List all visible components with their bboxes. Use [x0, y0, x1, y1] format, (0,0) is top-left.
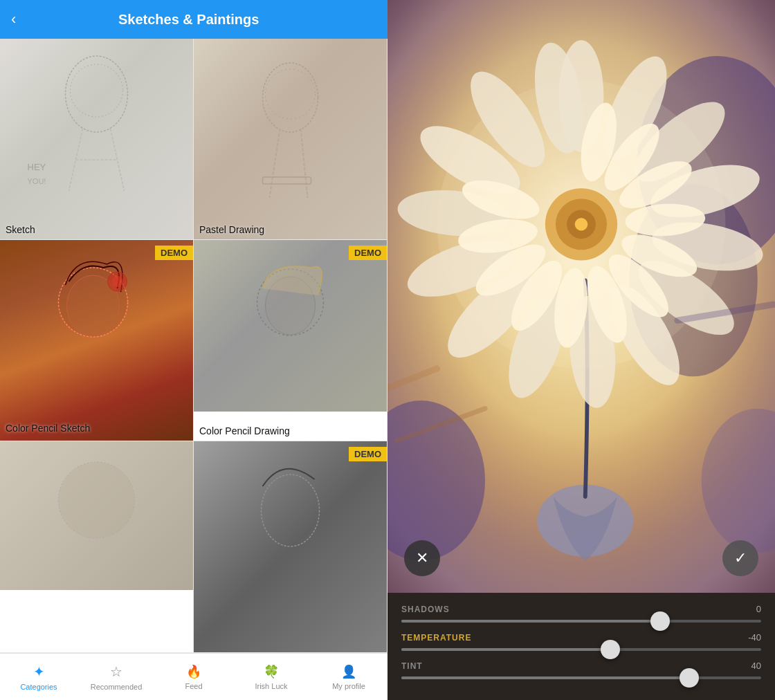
nav-item-irish-luck[interactable]: 🍀 Irish Luck — [232, 658, 310, 696]
color-pencil-sketch-label: Color Pencil Sketch — [6, 423, 90, 434]
tint-value: 40 — [751, 661, 761, 671]
svg-point-61 — [575, 218, 588, 231]
temperature-track[interactable] — [401, 648, 761, 651]
feed-label: Feed — [185, 682, 202, 690]
nav-item-my-profile[interactable]: 👤 My profile — [310, 658, 388, 696]
feed-icon: 🔥 — [186, 664, 201, 679]
tint-label: TINT — [401, 661, 423, 671]
svg-rect-14 — [263, 177, 311, 184]
shadows-value: 0 — [756, 604, 761, 614]
color-pencil-drawing-item[interactable]: DEMO Color Pencil Drawing — [194, 240, 388, 441]
shadows-thumb[interactable] — [650, 611, 670, 631]
irish-luck-label: Irish Luck — [255, 682, 287, 690]
svg-point-4 — [71, 64, 123, 117]
sketch-item[interactable]: HEY YOU! Sketch — [0, 39, 194, 240]
confirm-icon: ✓ — [734, 549, 747, 567]
shadows-control: SHADOWS 0 — [401, 604, 761, 623]
my-profile-icon: 👤 — [341, 664, 356, 679]
svg-text:HEY: HEY — [28, 162, 46, 172]
bottom-navigation: ✦ Categories ☆ Recommended 🔥 Feed 🍀 Iris… — [0, 653, 388, 700]
nav-item-feed[interactable]: 🔥 Feed — [155, 658, 232, 696]
categories-label: Categories — [20, 683, 57, 691]
svg-line-6 — [35, 94, 131, 239]
svg-line-5 — [48, 80, 145, 232]
shadows-track[interactable] — [401, 620, 761, 623]
svg-line-11 — [270, 129, 280, 198]
bottom-right-item[interactable]: DEMO — [194, 441, 388, 653]
my-profile-label: My profile — [332, 682, 365, 690]
confirm-button[interactable]: ✓ — [722, 540, 758, 576]
tint-thumb[interactable] — [680, 668, 699, 688]
svg-line-12 — [301, 129, 308, 198]
bottom-left-item[interactable] — [0, 441, 194, 653]
sketch-label: Sketch — [6, 224, 35, 235]
color-pencil-sketch-demo-badge: DEMO — [155, 246, 193, 260]
back-button[interactable]: ‹ — [11, 10, 16, 28]
color-pencil-drawing-label: Color Pencil Drawing — [199, 425, 290, 436]
tint-track[interactable] — [401, 676, 761, 679]
temperature-label: TEMPERATURE — [401, 633, 471, 643]
header: ‹ Sketches & Paintings — [0, 0, 388, 39]
bottom-right-demo-badge: DEMO — [349, 447, 387, 461]
svg-point-22 — [262, 475, 320, 546]
temperature-control: TEMPERATURE -40 — [401, 632, 761, 651]
svg-line-7 — [62, 73, 159, 225]
tint-control: TINT 40 — [401, 661, 761, 679]
shadows-fill — [401, 620, 660, 623]
nav-item-categories[interactable]: ✦ Categories — [0, 658, 78, 697]
temperature-fill — [401, 648, 610, 651]
color-pencil-sketch-item[interactable]: DEMO Color Pencil Sketch — [0, 240, 194, 441]
temperature-value: -40 — [748, 632, 761, 643]
svg-text:YOU!: YOU! — [28, 177, 46, 185]
effects-grid: HEY YOU! Sketch Pastel Drawing — [0, 39, 388, 653]
nav-item-recommended[interactable]: ☆ Recommended — [78, 658, 155, 697]
svg-point-0 — [66, 56, 128, 132]
controls-area: SHADOWS 0 TEMPERATURE -40 TINT 40 — [388, 593, 775, 700]
svg-point-21 — [59, 462, 135, 538]
pastel-drawing-item[interactable]: Pastel Drawing — [194, 39, 388, 240]
cancel-button[interactable]: ✕ — [404, 540, 440, 576]
photo-area: ✕ ✓ — [388, 0, 775, 593]
cancel-icon: ✕ — [416, 549, 428, 567]
tint-fill — [401, 676, 689, 679]
recommended-label: Recommended — [91, 683, 143, 691]
color-pencil-drawing-demo-badge: DEMO — [349, 246, 387, 260]
pastel-label: Pastel Drawing — [199, 224, 264, 235]
shadows-label: SHADOWS — [401, 605, 450, 614]
categories-icon: ✦ — [33, 663, 45, 680]
left-panel: ‹ Sketches & Paintings HEY YO — [0, 0, 388, 700]
svg-point-10 — [263, 63, 318, 132]
irish-luck-icon: 🍀 — [264, 664, 279, 679]
svg-point-18 — [112, 276, 123, 287]
recommended-icon: ☆ — [110, 663, 122, 680]
right-panel: ✕ ✓ SHADOWS 0 TEMPERATURE -40 — [388, 0, 775, 700]
svg-point-13 — [266, 69, 316, 119]
header-title: Sketches & Paintings — [24, 12, 353, 28]
temperature-thumb[interactable] — [601, 640, 620, 659]
